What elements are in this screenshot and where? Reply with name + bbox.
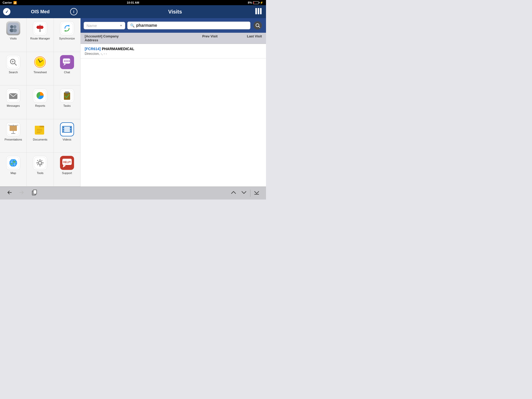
sidebar-item-support[interactable]: HELP! Support [54, 153, 81, 187]
reports-icon [33, 89, 47, 103]
wifi-icon: 📶 [13, 1, 17, 4]
battery-percent: 8% [248, 1, 252, 4]
svg-rect-86 [33, 190, 37, 194]
table-header: [Account#] Company Address Prev Visit La… [81, 33, 266, 44]
messages-label: Messages [7, 104, 20, 108]
row-address: Direccion, -, - - [85, 52, 262, 56]
svg-point-27 [66, 60, 68, 62]
sidebar-item-route-manager[interactable]: Route Manager [27, 18, 54, 52]
svg-rect-56 [70, 130, 71, 132]
route-manager-icon [33, 21, 47, 35]
svg-point-1 [10, 25, 13, 28]
route-manager-label: Route Manager [30, 37, 50, 40]
status-left: Carrier 📶 [3, 1, 17, 4]
col-last-header: Last Visit [218, 34, 262, 42]
sidebar-item-videos[interactable]: Videos [54, 119, 81, 153]
svg-rect-38 [10, 126, 17, 131]
grid-view-icon[interactable] [255, 8, 262, 16]
copy-button[interactable] [30, 188, 38, 198]
sidebar-item-map[interactable]: Map [0, 153, 27, 187]
svg-point-63 [13, 161, 16, 163]
app-title: OIS Med [31, 9, 50, 15]
sidebar-item-chat[interactable]: Chat [54, 52, 81, 86]
bottom-right-controls [229, 188, 261, 198]
sidebar-item-presentations[interactable]: Presentations [0, 119, 27, 153]
scroll-up-button[interactable] [229, 188, 238, 198]
support-icon: HELP! [60, 156, 74, 170]
row-company-name: PHARMAMEDICAL [102, 47, 134, 51]
videos-label: Videos [63, 138, 71, 141]
documents-icon [33, 122, 47, 136]
col-prev-header: Prev Visit [173, 34, 218, 42]
back-button[interactable] [5, 188, 14, 198]
svg-rect-0 [8, 23, 19, 34]
sidebar-item-visits[interactable]: Visits [0, 18, 27, 52]
dropdown-arrow-icon: ▼ [120, 24, 122, 27]
presentations-icon [6, 122, 20, 136]
search-button[interactable] [252, 20, 263, 31]
sidebar-grid: Visits Route Manager [0, 18, 81, 187]
sidebar-item-timesheet[interactable]: Timesheet [27, 52, 54, 86]
chat-icon [60, 55, 74, 69]
col-address-header: Address [85, 38, 98, 42]
map-label: Map [10, 171, 16, 175]
tools-icon [33, 156, 47, 170]
svg-rect-82 [260, 8, 262, 14]
status-right: 8% ⚡ [248, 1, 263, 4]
filter-dropdown-value: Name [87, 23, 118, 28]
scroll-down-button[interactable] [240, 188, 248, 198]
messages-icon [6, 89, 20, 103]
sidebar-item-synchronize[interactable]: Synchronize [54, 18, 81, 52]
divider [250, 190, 250, 197]
map-icon [6, 156, 20, 170]
synchronize-label: Synchronize [59, 37, 75, 40]
row-account-id: [FCR614] [85, 47, 101, 51]
forward-button[interactable] [18, 188, 26, 198]
svg-point-3 [13, 25, 16, 28]
svg-rect-51 [63, 127, 64, 128]
sidebar-item-tools[interactable]: Tools [27, 153, 54, 187]
status-bar: Carrier 📶 10:01 AM 8% ⚡ [0, 0, 266, 5]
svg-point-67 [39, 162, 41, 164]
svg-text:HELP!: HELP! [63, 161, 71, 164]
search-go-icon [254, 21, 262, 30]
battery-icon [253, 1, 259, 4]
sidebar-item-tasks[interactable]: Tasks [54, 85, 81, 119]
check-icon: ✓ [3, 8, 10, 15]
svg-line-84 [258, 26, 260, 28]
svg-rect-55 [70, 129, 71, 130]
reports-label: Reports [35, 104, 45, 108]
content-title: Visits [95, 9, 255, 15]
table-row[interactable]: [FCR614] PHARMAMEDICAL Direccion, -, - - [81, 44, 266, 58]
status-time: 10:01 AM [127, 1, 139, 4]
chat-label: Chat [64, 71, 70, 74]
app-container: ✓ OIS Med i [0, 5, 266, 200]
search-label: Search [9, 71, 18, 74]
search-input-wrapper: 🔍 [127, 22, 250, 29]
visits-label: Visits [10, 37, 17, 40]
search-nav-icon [6, 55, 20, 69]
timesheet-label: Timesheet [34, 71, 47, 74]
sidebar-item-reports[interactable]: Reports [27, 85, 54, 119]
sidebar-item-search[interactable]: Search [0, 52, 27, 86]
carrier-label: Carrier [3, 1, 12, 4]
svg-point-4 [13, 29, 17, 32]
tasks-label: Tasks [63, 104, 71, 108]
scroll-end-button[interactable] [252, 188, 261, 198]
visits-icon [6, 21, 20, 35]
bottom-left-controls [5, 188, 38, 198]
svg-point-64 [11, 163, 13, 165]
bottom-bar [0, 187, 266, 200]
presentations-label: Presentations [5, 138, 22, 141]
main-area: ✓ OIS Med i [0, 5, 266, 187]
tasks-icon [60, 89, 74, 103]
content-header: Visits [81, 5, 266, 18]
sidebar-item-documents[interactable]: Documents [27, 119, 54, 153]
svg-rect-80 [255, 8, 257, 14]
sync-icon [60, 21, 74, 35]
sidebar-item-messages[interactable]: Messages [0, 85, 27, 119]
filter-dropdown[interactable]: Name ▼ [84, 22, 125, 29]
search-input[interactable] [136, 23, 248, 28]
svg-rect-53 [63, 130, 64, 132]
svg-rect-54 [70, 127, 71, 128]
